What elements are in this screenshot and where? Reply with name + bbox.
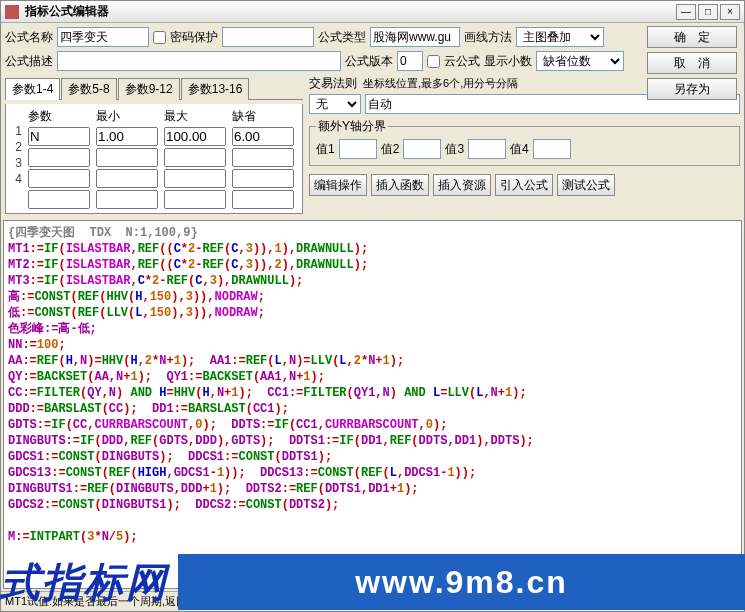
- param-2-min[interactable]: [96, 148, 158, 167]
- cancel-button[interactable]: 取 消: [647, 52, 737, 74]
- tab-params-9-12[interactable]: 参数9-12: [118, 78, 180, 100]
- formula-desc-input[interactable]: [57, 51, 341, 71]
- param-1-def[interactable]: [232, 127, 294, 146]
- trade-rule-label: 交易法则: [309, 75, 357, 92]
- password-protect-checkbox[interactable]: [153, 31, 166, 44]
- formula-name-label: 公式名称: [5, 29, 53, 46]
- edit-op-button[interactable]: 编辑操作: [309, 174, 367, 196]
- param-2-name[interactable]: [28, 148, 90, 167]
- param-3-def[interactable]: [232, 169, 294, 188]
- titlebar: 指标公式编辑器 — □ ×: [1, 1, 744, 23]
- param-4-def[interactable]: [232, 190, 294, 209]
- status-bar: MT1试值:如果是否最后一个周期,返回1日前的(收盘价*2-3日前的收盘价),否…: [1, 591, 744, 611]
- import-formula-button[interactable]: 引入公式: [495, 174, 553, 196]
- formula-type-select[interactable]: [370, 27, 460, 47]
- formula-desc-label: 公式描述: [5, 53, 53, 70]
- test-formula-button[interactable]: 测试公式: [557, 174, 615, 196]
- param-1-min[interactable]: [96, 127, 158, 146]
- y-val2[interactable]: [403, 139, 441, 159]
- y-val3[interactable]: [468, 139, 506, 159]
- tab-params-1-4[interactable]: 参数1-4: [5, 78, 60, 100]
- formula-type-label: 公式类型: [318, 29, 366, 46]
- param-1-name[interactable]: [28, 127, 90, 146]
- saveas-button[interactable]: 另存为: [647, 78, 737, 100]
- window-title: 指标公式编辑器: [25, 3, 674, 20]
- param-1-max[interactable]: [164, 127, 226, 146]
- show-decimal-select[interactable]: 缺省位数: [536, 51, 624, 71]
- show-decimal-label: 显示小数: [484, 53, 532, 70]
- trade-rule-select[interactable]: 无: [309, 94, 361, 114]
- draw-method-select[interactable]: 主图叠加: [516, 27, 604, 47]
- param-tabs: 参数1-4 参数5-8 参数9-12 参数13-16: [5, 77, 303, 100]
- password-input[interactable]: [222, 27, 314, 47]
- param-4-max[interactable]: [164, 190, 226, 209]
- insert-res-button[interactable]: 插入资源: [433, 174, 491, 196]
- cloud-formula-label: 云公式: [444, 53, 480, 70]
- close-button[interactable]: ×: [720, 4, 740, 20]
- formula-ver-input[interactable]: [397, 51, 423, 71]
- y-val4[interactable]: [533, 139, 571, 159]
- tab-params-13-16[interactable]: 参数13-16: [181, 78, 250, 100]
- tab-params-5-8[interactable]: 参数5-8: [61, 78, 116, 100]
- param-3-max[interactable]: [164, 169, 226, 188]
- param-4-name[interactable]: [28, 190, 90, 209]
- param-2-def[interactable]: [232, 148, 294, 167]
- password-protect-label: 密码保护: [170, 29, 218, 46]
- minimize-button[interactable]: —: [676, 4, 696, 20]
- param-3-name[interactable]: [28, 169, 90, 188]
- draw-method-label: 画线方法: [464, 29, 512, 46]
- cloud-formula-checkbox[interactable]: [427, 55, 440, 68]
- param-3-min[interactable]: [96, 169, 158, 188]
- param-2-max[interactable]: [164, 148, 226, 167]
- param-grid: 1234 参数 最小 最大: [5, 104, 303, 214]
- param-4-min[interactable]: [96, 190, 158, 209]
- extra-y-fieldset: 额外Y轴分界 值1 值2 值3 值4: [309, 118, 740, 166]
- formula-code-editor[interactable]: {四季变天图 TDX N:1,100,9} MT1:=IF(ISLASTBAR,…: [3, 220, 742, 589]
- ok-button[interactable]: 确 定: [647, 26, 737, 48]
- formula-ver-label: 公式版本: [345, 53, 393, 70]
- formula-name-input[interactable]: [57, 27, 149, 47]
- app-icon: [5, 5, 19, 19]
- maximize-button[interactable]: □: [698, 4, 718, 20]
- insert-fn-button[interactable]: 插入函数: [371, 174, 429, 196]
- dyn-translate-link[interactable]: 动态翻译: [696, 594, 740, 609]
- status-text: MT1试值:如果是否最后一个周期,返回1日前的(收盘价*2-3日前的收盘价),否…: [5, 594, 433, 609]
- coord-hint: 坐标线位置,最多6个,用分号分隔: [363, 76, 518, 91]
- y-val1[interactable]: [339, 139, 377, 159]
